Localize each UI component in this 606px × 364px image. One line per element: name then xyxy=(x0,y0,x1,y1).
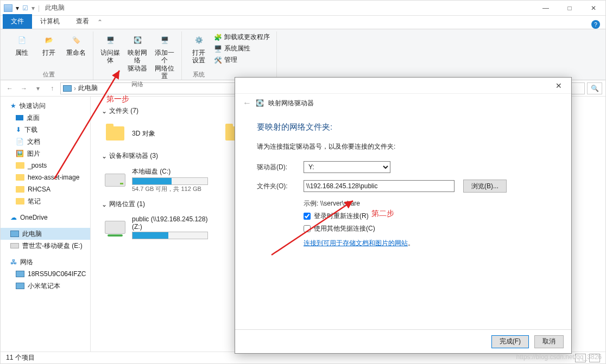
dialog-close-button[interactable]: ✕ xyxy=(551,81,567,90)
pc-icon xyxy=(63,85,72,92)
tab-file[interactable]: 文件 xyxy=(3,14,32,29)
ribbon-collapse-icon[interactable]: ⌃ xyxy=(97,18,103,26)
othercred-checkbox-row[interactable]: 使用其他凭据连接(C) xyxy=(304,224,550,233)
sidebar-net1[interactable]: 18RS5U9C064IFZC xyxy=(1,268,90,280)
chevron-right-icon[interactable]: › xyxy=(74,85,76,92)
minimize-button[interactable]: — xyxy=(534,1,558,16)
cancel-button[interactable]: 取消 xyxy=(534,335,564,348)
open-settings-button[interactable]: ⚙️打开 设置 xyxy=(186,31,211,65)
search-button[interactable]: 🔍 xyxy=(587,82,602,94)
tab-view[interactable]: 查看 xyxy=(68,14,97,29)
watermark: https://blog.csdn.net/qq_3826 xyxy=(516,353,602,361)
nav-up-button[interactable]: ↑ xyxy=(46,82,58,94)
network-drive-z[interactable]: public (\\192.168.245.128) (Z:) xyxy=(102,213,210,241)
sidebar-thispc[interactable]: 此电脑 xyxy=(1,228,90,240)
nav-recent-button[interactable]: ▾ xyxy=(32,82,44,94)
folder-label: 文件夹(O): xyxy=(257,182,295,191)
dialog-description: 请为连接指定驱动器号，以及你要连接的文件夹: xyxy=(257,142,550,151)
window-title: 此电脑 xyxy=(45,3,65,12)
folder-row: 文件夹(O): 浏览(B)... xyxy=(257,180,550,193)
qat-dropdown-icon[interactable]: ▾ xyxy=(31,4,35,12)
sidebar-desktop[interactable]: 桌面 xyxy=(1,112,90,124)
sidebar-rhcsa[interactable]: RHCSA xyxy=(1,183,90,195)
dialog-title: 映射网络驱动器 xyxy=(268,99,314,108)
open-button[interactable]: 📂打开 xyxy=(36,31,61,56)
status-count: 11 个项目 xyxy=(6,353,35,362)
sidebar-extdrive[interactable]: 曹世宏-移动硬盘 (E:) xyxy=(1,240,90,252)
chevron-down-icon: ⌄ xyxy=(102,152,107,160)
ribbon-group-network: 🖥️访问媒体 💽映射网络 驱动器 🖥️添加一个 网络位置 网络 xyxy=(93,31,182,80)
capacity-bar xyxy=(132,232,208,239)
dialog-titlebar: ✕ xyxy=(235,78,571,94)
drive-c[interactable]: 本地磁盘 (C:) 54.7 GB 可用，共 112 GB xyxy=(102,165,210,195)
titlebar: ▾ ☑ ▾ | 此电脑 — □ ✕ xyxy=(1,1,605,16)
maximize-button[interactable]: □ xyxy=(558,1,582,16)
othercred-checkbox[interactable] xyxy=(304,225,311,232)
sidebar-notes[interactable]: 笔记 xyxy=(1,195,90,207)
sidebar-documents[interactable]: 📄文档 xyxy=(1,136,90,148)
reconnect-checkbox-row[interactable]: 登录时重新连接(R) xyxy=(304,212,550,221)
chevron-down-icon: ⌄ xyxy=(102,201,107,208)
example-text: 示例: \\server\share xyxy=(304,199,550,208)
group-label-location: 位置 xyxy=(43,71,55,79)
drive-row: 驱动器(D): Y: xyxy=(257,161,550,173)
sidebar-net2[interactable]: 小米笔记本 xyxy=(1,280,90,292)
add-network-location-button[interactable]: 🖥️添加一个 网络位置 xyxy=(152,31,177,80)
othercred-label: 使用其他凭据连接(C) xyxy=(314,224,375,233)
help-icon[interactable]: ? xyxy=(591,20,600,29)
dialog-header: ← 💽 映射网络驱动器 xyxy=(235,94,571,112)
qat-item[interactable]: ▾ xyxy=(16,4,19,12)
sidebar-pictures[interactable]: 🖼️图片 xyxy=(1,148,90,159)
drive-label: 驱动器(D): xyxy=(257,163,295,172)
drive-icon: 💽 xyxy=(256,99,264,107)
uninstall-programs-button[interactable]: 🧩卸载或更改程序 xyxy=(213,33,270,42)
capacity-bar xyxy=(132,177,208,185)
tab-computer[interactable]: 计算机 xyxy=(32,14,68,29)
ribbon-group-system: ⚙️打开 设置 系统 🧩卸载或更改程序 🖥️系统属性 🛠️管理 xyxy=(182,31,277,80)
access-media-button[interactable]: 🖥️访问媒体 xyxy=(98,31,123,80)
quick-access-toolbar: ▾ ☑ ▾ | 此电脑 xyxy=(1,3,65,12)
map-network-drive-dialog: ✕ ← 💽 映射网络驱动器 要映射的网络文件夹: 请为连接指定驱动器号，以及你要… xyxy=(235,77,572,354)
browse-button[interactable]: 浏览(B)... xyxy=(463,180,507,193)
breadcrumb-thispc[interactable]: 此电脑 xyxy=(78,84,98,93)
map-drive-button[interactable]: 💽映射网络 驱动器 xyxy=(125,31,150,80)
sidebar-network[interactable]: 🖧网络 xyxy=(1,256,90,268)
sidebar-posts[interactable]: _posts xyxy=(1,159,90,171)
rename-button[interactable]: 🏷️重命名 xyxy=(64,31,89,56)
sidebar-onedrive[interactable]: ☁OneDrive xyxy=(1,212,90,223)
dialog-heading: 要映射的网络文件夹: xyxy=(257,122,550,132)
app-icon xyxy=(4,4,12,12)
reconnect-checkbox[interactable] xyxy=(304,213,311,220)
folder-input[interactable] xyxy=(304,180,454,192)
folder-3dobjects[interactable]: 3D 对象 xyxy=(102,120,210,147)
nav-forward-button[interactable]: → xyxy=(18,82,30,94)
chevron-down-icon: ⌄ xyxy=(102,107,107,115)
qat-check-icon[interactable]: ☑ xyxy=(22,4,28,12)
drive-select[interactable]: Y: xyxy=(304,161,390,173)
properties-button[interactable]: 📄属性 xyxy=(9,31,34,56)
nav-back-button[interactable]: ← xyxy=(4,82,16,94)
dialog-back-button[interactable]: ← xyxy=(243,98,251,108)
sidebar-quick-access[interactable]: ★快速访问 xyxy=(1,100,90,112)
window-controls: — □ ✕ xyxy=(534,1,605,16)
sidebar-downloads[interactable]: ⬇下载 xyxy=(1,124,90,136)
ribbon-group-location: 📄属性 📂打开 🏷️重命名 位置 xyxy=(5,31,93,80)
sidebar-hexo[interactable]: hexo-asset-image xyxy=(1,171,90,183)
ribbon-tabs: 文件 计算机 查看 ⌃ ? xyxy=(1,16,605,29)
dialog-footer: 完成(F) 取消 xyxy=(235,329,571,353)
finish-button[interactable]: 完成(F) xyxy=(491,335,529,348)
nav-pane[interactable]: ★快速访问 桌面 ⬇下载 📄文档 🖼️图片 _posts hexo-asset-… xyxy=(1,97,91,352)
system-properties-button[interactable]: 🖥️系统属性 xyxy=(213,44,270,53)
manage-button[interactable]: 🛠️管理 xyxy=(213,55,270,65)
ribbon: 📄属性 📂打开 🏷️重命名 位置 🖥️访问媒体 💽映射网络 驱动器 🖥️添加一个… xyxy=(1,29,605,80)
close-button[interactable]: ✕ xyxy=(582,1,605,16)
reconnect-label: 登录时重新连接(R) xyxy=(314,212,369,221)
group-label-system: 系统 xyxy=(193,71,205,79)
storage-website-link[interactable]: 连接到可用于存储文档和图片的网站 xyxy=(304,239,408,248)
